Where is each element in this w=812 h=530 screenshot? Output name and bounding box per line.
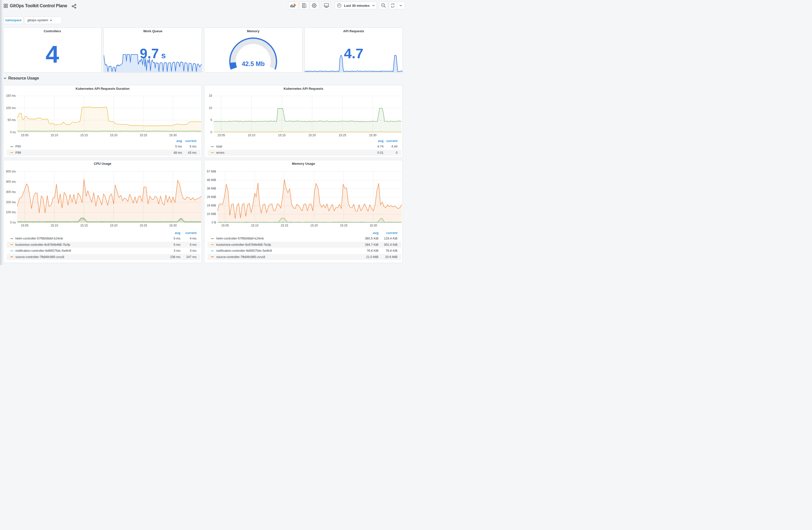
svg-text:15:25: 15:25 [140,133,147,137]
svg-text:15:30: 15:30 [369,224,377,227]
svg-text:15:05: 15:05 [217,133,225,137]
svg-text:15:05: 15:05 [21,133,29,137]
svg-text:300 ms: 300 ms [6,190,16,194]
svg-text:5: 5 [211,118,212,122]
svg-text:0 ns: 0 ns [10,221,16,224]
svg-text:15:10: 15:10 [50,224,58,227]
svg-text:15:30: 15:30 [169,133,177,137]
svg-text:57 MiB: 57 MiB [207,170,216,173]
svg-text:0 B: 0 B [212,221,216,224]
svg-text:15:10: 15:10 [251,224,258,227]
svg-text:15:20: 15:20 [308,133,316,137]
svg-text:15: 15 [209,94,212,98]
svg-text:15:15: 15:15 [281,224,288,227]
svg-text:15:10: 15:10 [50,133,58,137]
svg-text:10 MiB: 10 MiB [207,212,216,216]
svg-text:15:05: 15:05 [21,224,29,227]
svg-text:500 ms: 500 ms [6,170,16,173]
svg-text:100 ms: 100 ms [6,106,16,110]
svg-text:29 MiB: 29 MiB [207,195,216,199]
svg-text:15:15: 15:15 [278,133,286,137]
svg-text:150 ms: 150 ms [6,94,16,98]
svg-text:38 MiB: 38 MiB [207,187,216,190]
svg-text:15:15: 15:15 [80,133,88,137]
svg-text:100 ms: 100 ms [6,210,16,214]
svg-text:50 ms: 50 ms [8,118,16,122]
svg-text:15:30: 15:30 [169,224,177,227]
svg-text:15:25: 15:25 [339,133,346,137]
svg-text:48 MiB: 48 MiB [207,178,216,182]
svg-text:15:05: 15:05 [221,224,229,227]
svg-text:400 ms: 400 ms [6,180,16,183]
svg-text:15:25: 15:25 [340,224,347,227]
svg-text:15:10: 15:10 [248,133,255,137]
svg-text:15:20: 15:20 [110,133,117,137]
svg-text:10: 10 [209,106,212,110]
svg-text:15:25: 15:25 [140,224,147,227]
svg-text:0: 0 [211,131,212,134]
svg-text:15:30: 15:30 [369,133,376,137]
svg-text:0 ns: 0 ns [10,131,16,134]
svg-text:200 ms: 200 ms [6,201,16,204]
svg-text:19 MiB: 19 MiB [207,204,216,207]
svg-text:15:15: 15:15 [80,224,88,227]
svg-text:15:20: 15:20 [310,224,318,227]
svg-text:15:20: 15:20 [110,224,117,227]
